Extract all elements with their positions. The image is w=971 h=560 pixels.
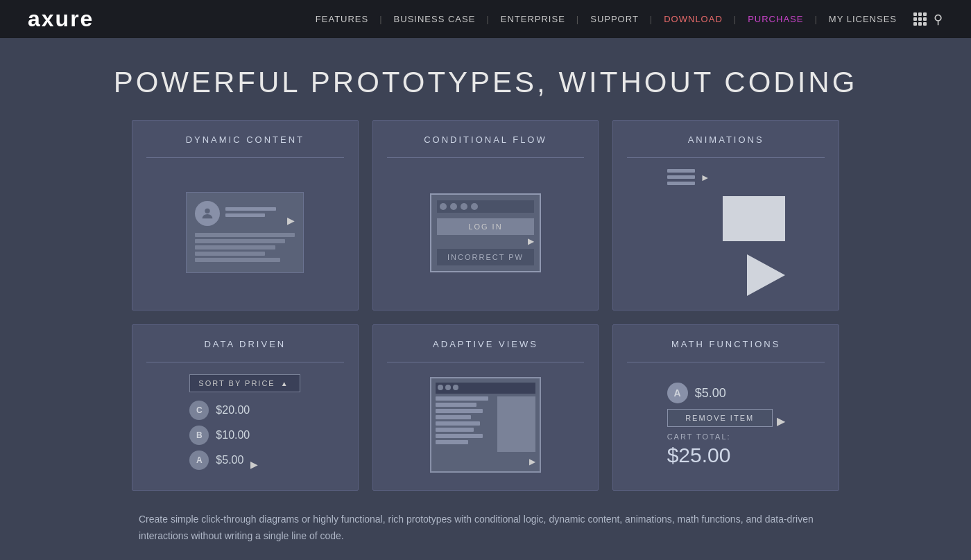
- divider: [146, 157, 344, 158]
- header: axure FEATURES | BUSINESS CASE | ENTERPR…: [0, 0, 971, 38]
- adapt-left-panel: [436, 396, 495, 452]
- math-inner: A $5.00 REMOVE ITEM ▶ CART TOTAL: $25.00: [667, 383, 785, 467]
- dynamic-lines: [225, 207, 282, 220]
- cursor-icon: ▶: [777, 414, 785, 428]
- card-conditional-flow: CONDITIONAL FLOW LOG IN ▶ INCORRECT PW: [372, 120, 599, 310]
- cursor-icon: ►: [701, 172, 710, 183]
- card-animations: ANIMATIONS ►: [612, 120, 839, 310]
- footer-description: Create simple click-through diagrams or …: [118, 511, 853, 545]
- block: [195, 245, 275, 250]
- block: [195, 233, 295, 237]
- nav-download[interactable]: DOWNLOAD: [657, 14, 730, 24]
- search-icon[interactable]: ⚲: [934, 12, 943, 27]
- list-item: A $5.00 ▶: [189, 450, 300, 470]
- nav-business-case[interactable]: BUSINESS CASE: [387, 14, 483, 24]
- adapt-dot: [438, 385, 443, 390]
- nav-support[interactable]: SUPPORT: [583, 14, 646, 24]
- divider: [387, 362, 585, 362]
- cart-total-value: $25.00: [667, 444, 785, 467]
- adapt-topbar: [436, 383, 535, 394]
- card-math-functions: MATH FUNCTIONS A $5.00 REMOVE ITEM ▶ CAR…: [612, 324, 839, 491]
- list-item: C $20.00: [189, 401, 300, 420]
- conditional-flow-visual: LOG IN ▶ INCORRECT PW: [387, 169, 585, 296]
- login-button-visual: LOG IN: [437, 218, 534, 235]
- price-b: $10.00: [216, 429, 250, 441]
- error-message-visual: INCORRECT PW: [437, 249, 534, 265]
- adapt-right-panel: [497, 396, 535, 452]
- card-title-conditional: CONDITIONAL FLOW: [424, 134, 547, 145]
- math-functions-visual: A $5.00 REMOVE ITEM ▶ CART TOTAL: $25.00: [627, 374, 825, 476]
- adapt-line: [436, 440, 468, 444]
- adaptive-views-visual: ▶: [387, 374, 585, 476]
- adapt-dot: [453, 385, 458, 390]
- cursor-icon: ▶: [529, 457, 535, 466]
- block: [195, 239, 285, 243]
- card-title-data: DATA DRIVEN: [204, 339, 286, 349]
- adapt-line: [436, 409, 483, 413]
- card-title-animations: ANIMATIONS: [688, 134, 764, 145]
- cflow-box: LOG IN ▶ INCORRECT PW: [430, 193, 541, 272]
- card-title-dynamic: DYNAMIC CONTENT: [186, 134, 304, 145]
- menu-line: [667, 175, 695, 179]
- dot: [440, 203, 447, 210]
- dynamic-content-visual: ▶: [146, 169, 344, 296]
- line: [225, 207, 276, 211]
- nav-purchase[interactable]: PURCHASE: [741, 14, 810, 24]
- nav-enterprise[interactable]: ENTERPRISE: [494, 14, 572, 24]
- dot: [450, 203, 457, 210]
- cursor-icon: ▶: [250, 459, 258, 470]
- data-driven-visual: SORT BY PRICE ▲ C $20.00 B $10.00 A $5.0…: [146, 374, 344, 476]
- anim-rectangle: [723, 196, 785, 241]
- cursor-icon: ▶: [287, 215, 295, 226]
- dot: [461, 203, 467, 210]
- nav-divider-6: |: [814, 14, 817, 24]
- adapt-line: [436, 421, 480, 426]
- nav-licenses[interactable]: MY LICENSES: [822, 14, 904, 24]
- animations-visual: ►: [627, 169, 825, 296]
- menu-line: [667, 169, 695, 173]
- dynamic-row1: ▶: [195, 201, 295, 226]
- adapt-line: [436, 434, 483, 438]
- math-item: A $5.00: [667, 383, 785, 403]
- badge-c: C: [189, 401, 209, 420]
- price-a: $5.00: [216, 454, 243, 466]
- adapt-dot: [445, 385, 451, 390]
- nav-divider-1: |: [379, 14, 382, 24]
- hero-title: POWERFUL PROTOTYPES, WITHOUT CODING: [0, 66, 971, 99]
- feature-grid: DYNAMIC CONTENT ▶: [118, 120, 853, 491]
- remove-item-button[interactable]: REMOVE ITEM: [667, 409, 773, 427]
- nav-divider-3: |: [576, 14, 579, 24]
- adapt-line: [436, 415, 471, 419]
- cart-total-label: CART TOTAL:: [667, 432, 785, 441]
- dot: [471, 203, 478, 210]
- card-dynamic-content: DYNAMIC CONTENT ▶: [132, 120, 359, 310]
- block: [195, 252, 265, 256]
- nav-divider-2: |: [486, 14, 489, 24]
- sort-button[interactable]: SORT BY PRICE ▲: [189, 374, 300, 392]
- line: [225, 213, 265, 217]
- nav-icons: ⚲: [913, 12, 943, 27]
- menu-lines: [667, 169, 695, 185]
- svg-point-0: [205, 209, 210, 213]
- hero-section: POWERFUL PROTOTYPES, WITHOUT CODING: [0, 38, 971, 120]
- divider: [627, 362, 825, 362]
- card-adaptive-views: ADAPTIVE VIEWS: [372, 324, 599, 491]
- sort-arrow-icon: ▲: [281, 380, 289, 387]
- math-item-price: $5.00: [695, 386, 726, 401]
- cursor-icon: ▶: [437, 236, 534, 246]
- nav-features[interactable]: FEATURES: [309, 14, 375, 24]
- adapt-layout: [436, 396, 535, 452]
- math-badge: A: [667, 383, 688, 403]
- adapt-line: [436, 396, 489, 401]
- price-c: $20.00: [216, 404, 250, 417]
- nav-divider-4: |: [650, 14, 653, 24]
- badge-b: B: [189, 426, 209, 445]
- avatar: [195, 201, 220, 226]
- grid-icon[interactable]: [913, 12, 927, 26]
- card-title-math: MATH FUNCTIONS: [671, 339, 780, 349]
- divider: [387, 157, 585, 158]
- anim-inner: ►: [667, 169, 785, 296]
- sort-label: SORT BY PRICE: [198, 379, 275, 387]
- divider: [627, 157, 825, 158]
- adapt-line: [436, 403, 477, 407]
